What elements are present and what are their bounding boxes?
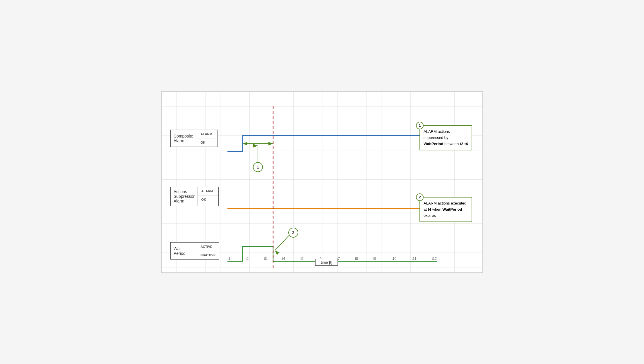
annotation-box-2: 2 ALARM actions executed at t4 when Wait…: [419, 197, 472, 222]
time-t4: t4: [282, 257, 285, 261]
suppressor-alarm-state-alarm: ALARM: [198, 187, 218, 195]
time-t11: t11: [412, 257, 417, 261]
chart-svg: 1 2: [167, 97, 477, 267]
wait-period-states: ACTIVE INACTIVE: [197, 243, 219, 259]
suppressor-alarm-state-ok: OK: [198, 195, 218, 204]
annotation2-arrow: [275, 236, 289, 250]
wait-period-title: Wait Period: [171, 243, 197, 259]
wait-period-state-inactive: INACTIVE: [197, 251, 219, 259]
wait-period-state-active: ACTIVE: [197, 243, 219, 251]
diagram-container: 1 2 Composite Alarm ALARM OK Actions Sup…: [161, 91, 483, 273]
time-t5: t5: [300, 257, 303, 261]
annotation-box-1: 1 ALARM actions suppressed by WaitPeriod…: [419, 125, 472, 150]
time-t12: t12: [432, 257, 437, 261]
composite-alarm-states: ALARM OK: [197, 130, 217, 147]
wait-period-box: Wait Period ACTIVE INACTIVE: [170, 242, 219, 260]
time-t10: t10: [391, 257, 396, 261]
annotation-box-1-badge: 1: [416, 122, 424, 129]
time-unit-label: time [t]: [315, 259, 338, 266]
time-t3: t3: [264, 257, 267, 261]
composite-alarm-box: Composite Alarm ALARM OK: [170, 130, 218, 147]
annotation-1-label: 1: [257, 165, 259, 169]
annotation-1-text: ALARM actions suppressed by WaitPeriod b…: [424, 129, 468, 146]
suppressor-alarm-title: Actions Suppressor Alarm: [171, 187, 198, 206]
time-t8: t8: [355, 257, 358, 261]
annotation-box-2-badge: 2: [416, 193, 424, 201]
time-t1: t1: [227, 257, 230, 261]
diagram-content: 1 2 Composite Alarm ALARM OK Actions Sup…: [167, 97, 477, 267]
composite-alarm-state-ok: OK: [197, 138, 217, 147]
composite-alarm-title: Composite Alarm: [171, 130, 197, 147]
composite-alarm-state-alarm: ALARM: [197, 130, 217, 138]
annotation-2-label: 2: [292, 230, 294, 235]
time-t9: t9: [373, 257, 376, 261]
suppressor-alarm-states: ALARM OK: [198, 187, 218, 206]
annotation-2-text: ALARM actions executed at t4 when WaitPe…: [424, 201, 466, 218]
time-t2: t2: [246, 257, 249, 261]
suppressor-alarm-box: Actions Suppressor Alarm ALARM OK: [170, 187, 219, 206]
